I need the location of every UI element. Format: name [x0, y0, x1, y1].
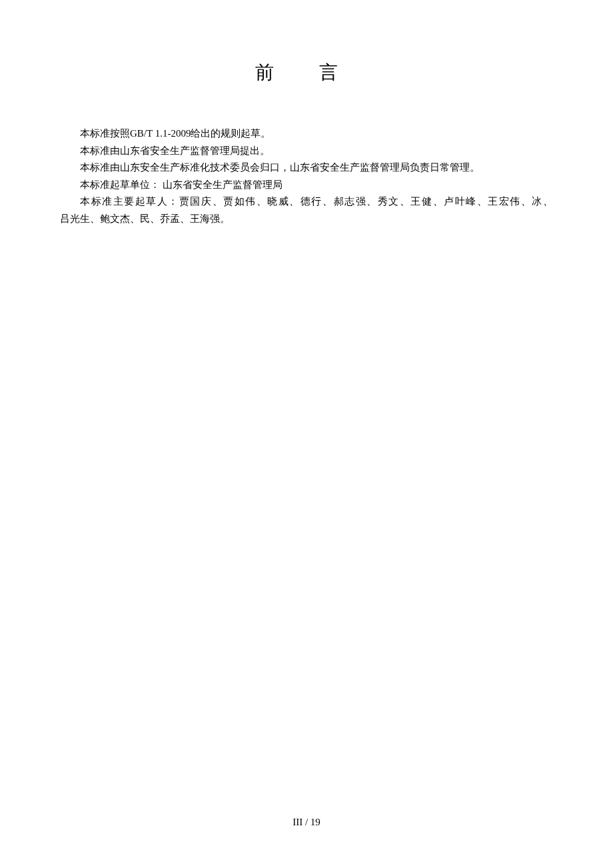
page-number-roman: III — [293, 817, 303, 827]
page-separator: / — [303, 817, 310, 827]
page-footer: III / 19 — [0, 817, 613, 828]
document-page: 前 言 本标准按照GB/T 1.1-2009给出的规则起草。 本标准由山东省安全… — [0, 0, 613, 227]
paragraph-rule-basis: 本标准按照GB/T 1.1-2009给出的规则起草。 — [60, 125, 553, 143]
paragraph-jurisdiction: 本标准由山东安全生产标准化技术委员会归口，山东省安全生产监督管理局负责日常管理。 — [60, 159, 553, 177]
page-total: 19 — [310, 817, 320, 827]
paragraph-proposer: 本标准由山东省安全生产监督管理局提出。 — [60, 143, 553, 160]
paragraph-drafters-line1: 本标准主要起草人：贾国庆、贾如伟、晓威、德行、郝志强、秀文、王健、卢叶峰、王宏伟… — [60, 193, 553, 211]
content-body: 本标准按照GB/T 1.1-2009给出的规则起草。 本标准由山东省安全生产监督… — [60, 125, 553, 227]
paragraph-drafters-line2: 吕光生、鲍文杰、民、乔孟、王海强。 — [60, 211, 553, 228]
paragraph-drafting-unit: 本标准起草单位： 山东省安全生产监督管理局 — [60, 177, 553, 194]
page-title: 前 言 — [60, 60, 553, 85]
